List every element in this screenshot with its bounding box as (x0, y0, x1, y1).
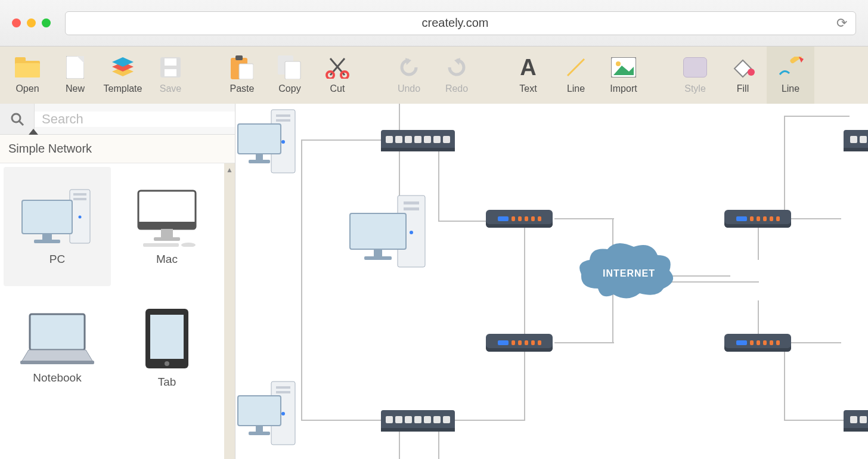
search-icon (10, 112, 24, 126)
template-button[interactable]: Template (99, 46, 147, 104)
shape-more-1[interactable] (4, 410, 111, 459)
svg-point-50 (165, 361, 169, 366)
browser-chrome: creately.com ⟳ (0, 0, 868, 46)
shape-tab[interactable]: Tab (113, 289, 221, 408)
line-icon (562, 54, 590, 81)
document-icon (61, 54, 89, 81)
style-button: Style (671, 46, 719, 104)
svg-rect-69 (276, 391, 290, 393)
import-button[interactable]: Import (600, 46, 647, 104)
svg-rect-73 (249, 432, 270, 435)
line-style-button[interactable]: Line (767, 46, 814, 104)
svg-rect-2 (15, 63, 40, 77)
connector (784, 116, 785, 139)
svg-line-22 (568, 59, 584, 76)
pc-node[interactable] (346, 193, 436, 273)
breadcrumb-arrow-icon (29, 129, 38, 135)
svg-point-24 (616, 61, 621, 66)
svg-rect-36 (22, 200, 72, 234)
text-tool-button[interactable]: A Text (504, 46, 552, 104)
scroll-up-icon[interactable]: ▲ (226, 166, 233, 174)
connector (554, 218, 614, 219)
copy-icon (276, 54, 303, 81)
connector (438, 139, 439, 221)
pencil-line-icon (777, 54, 804, 81)
svg-rect-64 (350, 213, 406, 249)
svg-rect-71 (238, 396, 281, 426)
svg-rect-54 (276, 114, 290, 117)
svg-rect-72 (256, 426, 263, 432)
internet-cloud[interactable]: INTERNET (574, 241, 675, 309)
svg-rect-55 (276, 119, 290, 122)
svg-point-56 (281, 140, 285, 144)
reload-icon[interactable]: ⟳ (836, 15, 847, 31)
switch-node[interactable] (844, 410, 868, 428)
router-node[interactable] (724, 210, 791, 228)
window-controls (12, 18, 51, 27)
laptop-icon (16, 312, 99, 365)
svg-rect-49 (150, 315, 184, 359)
maximize-window-icon[interactable] (42, 18, 51, 27)
diagram-canvas[interactable]: INTERNET (235, 104, 868, 459)
svg-rect-65 (374, 249, 382, 256)
router-node[interactable] (486, 210, 553, 228)
pc-node[interactable] (235, 107, 307, 178)
svg-rect-61 (404, 201, 419, 204)
connector (784, 116, 850, 117)
svg-point-70 (281, 412, 285, 415)
address-bar[interactable]: creately.com ⟳ (65, 11, 856, 35)
svg-rect-15 (285, 61, 300, 79)
svg-marker-7 (112, 57, 134, 67)
line-tool-button[interactable]: Line (552, 46, 600, 104)
cut-button[interactable]: Cut (314, 46, 361, 104)
switch-node[interactable] (844, 130, 868, 148)
library-breadcrumb[interactable]: Simple Network (0, 135, 235, 163)
svg-rect-62 (404, 207, 419, 210)
pc-icon (18, 187, 96, 247)
minimize-window-icon[interactable] (27, 18, 36, 27)
new-button[interactable]: New (51, 46, 99, 104)
svg-rect-13 (239, 64, 253, 79)
scissors-icon (324, 54, 351, 81)
shapes-scrollbar[interactable]: ▲ (224, 163, 235, 459)
shape-pc[interactable]: PC (4, 167, 111, 286)
connector (301, 139, 302, 420)
svg-rect-68 (276, 386, 290, 389)
main-toolbar: Open New Template Save Paste Copy Cut Un… (0, 46, 868, 104)
svg-rect-40 (138, 222, 196, 229)
svg-rect-9 (165, 58, 176, 66)
url-text: creately.com (74, 16, 836, 30)
svg-rect-37 (42, 234, 52, 240)
open-button[interactable]: Open (4, 46, 51, 104)
svg-rect-42 (154, 237, 180, 241)
svg-rect-34 (73, 198, 86, 200)
shape-notebook[interactable]: Notebook (4, 289, 111, 408)
image-icon (610, 54, 637, 81)
save-button: Save (147, 46, 194, 104)
search-input[interactable] (35, 111, 235, 127)
svg-point-35 (79, 216, 82, 219)
pc-node[interactable] (235, 379, 307, 449)
connector (524, 342, 525, 420)
shape-mac[interactable]: Mac (113, 167, 221, 286)
router-node[interactable] (486, 334, 553, 352)
shape-library-panel: Simple Network PC (0, 104, 235, 459)
paste-button[interactable]: Paste (218, 46, 266, 104)
cloud-label: INTERNET (603, 268, 655, 279)
undo-button: Undo (385, 46, 433, 104)
connector (784, 342, 785, 420)
switch-node[interactable] (381, 410, 455, 428)
svg-rect-45 (30, 314, 85, 350)
connector (784, 420, 850, 421)
fill-button[interactable]: Fill (719, 46, 767, 104)
shape-more-2[interactable] (113, 410, 221, 459)
fill-bucket-icon (729, 54, 757, 81)
close-window-icon[interactable] (12, 18, 21, 27)
copy-button[interactable]: Copy (266, 46, 314, 104)
svg-point-63 (410, 231, 413, 234)
router-node[interactable] (724, 334, 791, 352)
connector (784, 139, 785, 218)
switch-node[interactable] (381, 130, 455, 148)
layers-icon (109, 54, 137, 81)
svg-rect-66 (364, 256, 392, 260)
